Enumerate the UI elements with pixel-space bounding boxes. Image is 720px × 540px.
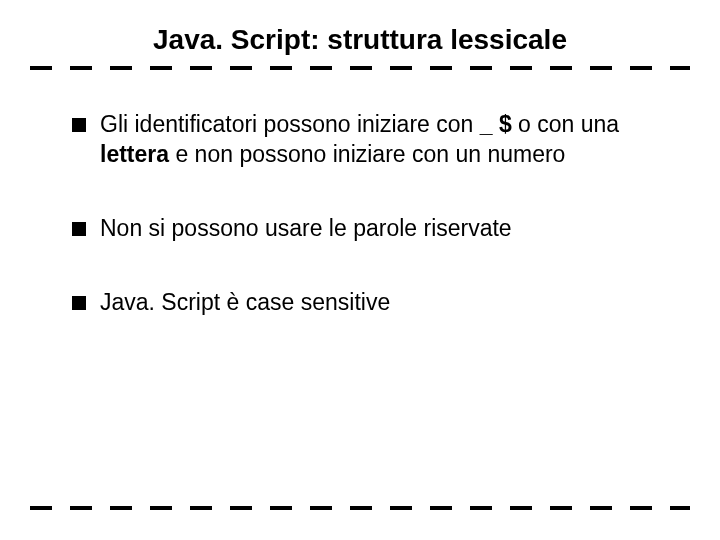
bullet-text-1: Gli identificatori possono iniziare con …: [100, 110, 660, 170]
bullet-icon: [72, 296, 86, 310]
list-item: Gli identificatori possono iniziare con …: [72, 110, 660, 170]
bottom-divider: [30, 506, 690, 510]
slide-title: Java. Script: struttura lessicale: [0, 0, 720, 66]
list-item: Non si possono usare le parole riservate: [72, 214, 660, 244]
bullet-text-3: Java. Script è case sensitive: [100, 288, 660, 318]
list-item: Java. Script è case sensitive: [72, 288, 660, 318]
bullet-icon: [72, 118, 86, 132]
bullet-icon: [72, 222, 86, 236]
bullet-text-2: Non si possono usare le parole riservate: [100, 214, 660, 244]
slide-content: Gli identificatori possono iniziare con …: [0, 70, 720, 318]
